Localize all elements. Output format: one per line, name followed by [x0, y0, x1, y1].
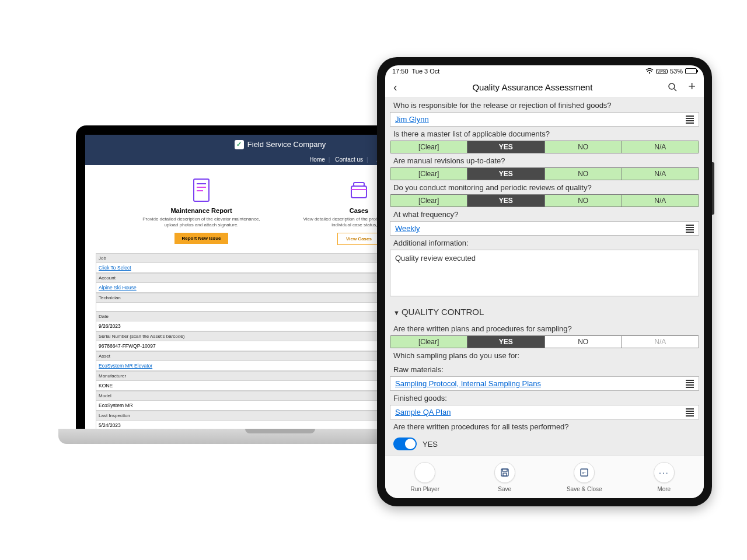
menu-home[interactable]: Home	[309, 156, 325, 163]
toggle-label: YES	[423, 440, 438, 449]
list-icon[interactable]	[686, 408, 694, 416]
sub-label: Raw materials:	[390, 362, 699, 376]
seg-clear[interactable]: [Clear]	[390, 168, 467, 180]
seg-yes[interactable]: YES	[467, 336, 544, 348]
svg-line-8	[674, 89, 676, 91]
seg-yes[interactable]: YES	[467, 168, 544, 180]
seg-na[interactable]: N/A	[622, 168, 699, 180]
answer-row[interactable]: Jim Glynn	[390, 112, 699, 127]
view-cases-button[interactable]: View Cases	[337, 233, 381, 245]
menu-contact[interactable]: Contact us	[335, 156, 363, 163]
bottom-bar: Run Player Save ⇤ Save & Close ··· More	[385, 456, 704, 498]
tablet-screen: 17:50 Tue 3 Oct VPN 53% ‹ Quality Assura…	[385, 65, 704, 498]
play-icon	[414, 462, 435, 483]
more-icon: ···	[654, 462, 675, 483]
report-icon	[191, 178, 211, 202]
section-header-qc[interactable]: QUALITY CONTROL	[390, 296, 699, 321]
save-button[interactable]: Save	[465, 462, 545, 492]
card-title: Maintenance Report	[140, 207, 263, 214]
segment-control[interactable]: [Clear] YES NO N/A	[390, 335, 699, 348]
battery-pct: 53%	[670, 68, 683, 75]
additional-info-textarea[interactable]: Quality review executed	[390, 250, 699, 296]
question-label: Are there written procedures for all tes…	[390, 419, 699, 433]
svg-rect-10	[502, 469, 507, 471]
question-label: Are manual revisions up-to-date?	[390, 153, 699, 167]
status-bar: 17:50 Tue 3 Oct VPN 53%	[385, 65, 704, 77]
question-label: Is there a master list of applicable doc…	[390, 127, 699, 141]
seg-clear[interactable]: [Clear]	[390, 336, 467, 348]
seg-na[interactable]: N/A	[622, 336, 699, 348]
question-label: Who is responsible for the release or re…	[390, 98, 699, 112]
status-date: Tue 3 Oct	[411, 68, 439, 75]
question-label: Additional information:	[390, 236, 699, 250]
answer-row[interactable]: Sample QA Plan	[390, 405, 699, 419]
tablet-device: 17:50 Tue 3 Oct VPN 53% ‹ Quality Assura…	[377, 57, 712, 506]
svg-text:⇤: ⇤	[582, 471, 586, 475]
answer-link[interactable]: Sample QA Plan	[395, 408, 451, 416]
question-label: Which sampling plans do you use for:	[390, 348, 699, 362]
search-icon[interactable]	[668, 82, 678, 92]
question-label: Do you conduct monitoring and periodic r…	[390, 180, 699, 194]
list-icon[interactable]	[686, 380, 694, 388]
seg-clear[interactable]: [Clear]	[390, 141, 467, 153]
add-button[interactable]: +	[688, 82, 696, 92]
answer-link[interactable]: Jim Glynn	[395, 115, 429, 124]
answer-link[interactable]: Sampling Protocol, Internal Sampling Pla…	[395, 379, 541, 388]
report-new-issue-button[interactable]: Report New Issue	[174, 233, 228, 244]
answer-row[interactable]: Sampling Protocol, Internal Sampling Pla…	[390, 376, 699, 391]
logo-icon: ✓	[235, 140, 244, 149]
svg-rect-5	[354, 183, 364, 186]
list-icon[interactable]	[686, 116, 694, 124]
answer-link[interactable]: Weekly	[395, 224, 420, 233]
svg-point-7	[669, 83, 675, 89]
seg-no[interactable]: NO	[545, 168, 622, 180]
wifi-icon	[645, 68, 654, 74]
form-content[interactable]: Who is responsible for the release or re…	[385, 98, 704, 456]
svg-point-6	[648, 72, 650, 74]
save-close-icon: ⇤	[574, 462, 595, 483]
seg-yes[interactable]: YES	[467, 195, 544, 206]
save-close-button[interactable]: ⇤ Save & Close	[544, 462, 624, 492]
back-button[interactable]: ‹	[393, 80, 397, 94]
status-time: 17:50	[392, 68, 409, 75]
toggle-switch[interactable]	[393, 438, 417, 450]
run-player-button[interactable]: Run Player	[385, 462, 465, 492]
seg-no[interactable]: NO	[545, 336, 622, 348]
sub-label: Finished goods:	[390, 391, 699, 405]
answer-row[interactable]: Weekly	[390, 221, 699, 236]
seg-na[interactable]: N/A	[622, 141, 699, 153]
page-title: Quality Assurance Assessment	[397, 82, 668, 92]
brand-name: Field Service Company	[247, 140, 326, 149]
seg-yes[interactable]: YES	[467, 141, 544, 153]
more-button[interactable]: ··· More	[624, 462, 704, 492]
card-maintenance: Maintenance Report Provide detailed desc…	[140, 178, 263, 246]
cases-icon	[349, 178, 369, 202]
question-label: Are there written plans and procedures f…	[390, 321, 699, 335]
seg-no[interactable]: NO	[545, 141, 622, 153]
segment-control[interactable]: [Clear] YES NO N/A	[390, 167, 699, 180]
toggle-row: YES	[390, 433, 699, 454]
segment-control[interactable]: [Clear] YES NO N/A	[390, 194, 699, 207]
save-icon	[494, 462, 515, 483]
segment-control[interactable]: [Clear] YES NO N/A	[390, 141, 699, 153]
question-label: At what frequency?	[390, 207, 699, 221]
seg-clear[interactable]: [Clear]	[390, 195, 467, 206]
battery-icon	[685, 68, 697, 74]
seg-na[interactable]: N/A	[622, 195, 699, 206]
svg-rect-11	[503, 473, 507, 476]
card-desc: Provide detailed description of the elev…	[140, 216, 263, 229]
list-icon[interactable]	[686, 225, 694, 233]
vpn-badge: VPN	[656, 69, 668, 74]
svg-rect-4	[351, 186, 366, 198]
nav-header: ‹ Quality Assurance Assessment +	[385, 77, 704, 98]
seg-no[interactable]: NO	[545, 195, 622, 206]
